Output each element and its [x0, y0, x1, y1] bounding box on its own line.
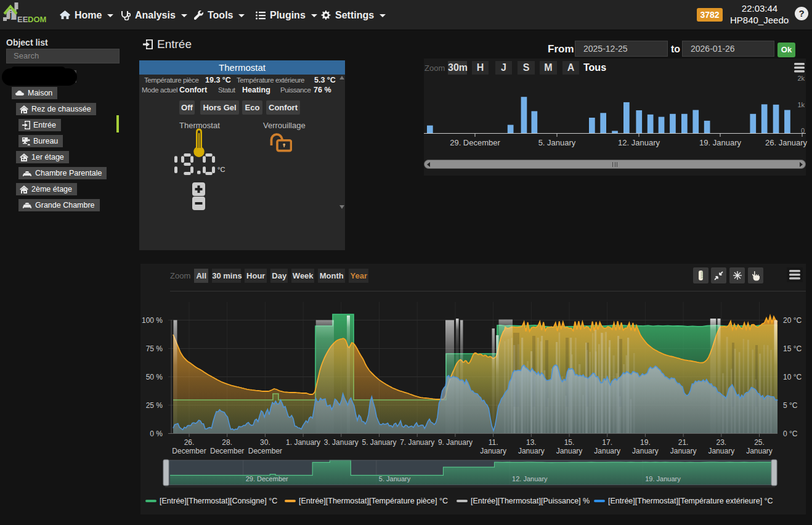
svg-text:26.: 26.	[184, 438, 195, 447]
svg-text:75 %: 75 %	[146, 344, 163, 353]
svg-text:19.: 19.	[640, 438, 651, 447]
svg-text:January: January	[670, 447, 697, 455]
svg-text:0 %: 0 %	[150, 429, 163, 438]
svg-text:December: December	[172, 447, 206, 455]
svg-text:13.: 13.	[526, 438, 537, 447]
svg-text:50 %: 50 %	[146, 373, 163, 381]
svg-text:100 %: 100 %	[142, 316, 163, 325]
svg-text:January: January	[556, 447, 583, 455]
svg-text:3. January: 3. January	[324, 438, 359, 447]
svg-text:5 °C: 5 °C	[783, 401, 798, 410]
svg-text:9. January: 9. January	[438, 438, 473, 447]
svg-text:January: January	[708, 447, 734, 455]
svg-text:12. January: 12. January	[512, 475, 548, 482]
svg-text:25.: 25.	[754, 438, 765, 447]
svg-text:21.: 21.	[678, 438, 689, 447]
svg-text:December: December	[248, 447, 282, 455]
svg-text:5. January: 5. January	[362, 438, 396, 447]
svg-text:0 °C: 0 °C	[783, 429, 798, 438]
svg-text:10 °C: 10 °C	[783, 373, 802, 381]
svg-text:20 °C: 20 °C	[783, 316, 802, 325]
svg-text:15.: 15.	[564, 438, 575, 447]
svg-text:29. December: 29. December	[246, 475, 288, 482]
svg-text:28.: 28.	[222, 438, 232, 447]
svg-text:January: January	[632, 447, 659, 455]
svg-text:30.: 30.	[260, 438, 270, 447]
svg-text:7. January: 7. January	[400, 438, 434, 447]
svg-text:11.: 11.	[489, 438, 498, 447]
svg-text:25 %: 25 %	[146, 401, 163, 410]
svg-text:23.: 23.	[716, 438, 726, 447]
svg-text:December: December	[210, 447, 244, 455]
svg-text:17.: 17.	[602, 438, 612, 447]
svg-text:January: January	[518, 447, 545, 455]
svg-text:5. January: 5. January	[379, 475, 411, 482]
svg-text:1. January: 1. January	[286, 438, 320, 447]
svg-text:19. January: 19. January	[645, 475, 681, 482]
svg-text:January: January	[594, 447, 620, 455]
svg-text:January: January	[480, 447, 506, 455]
svg-text:15 °C: 15 °C	[783, 344, 802, 353]
svg-text:January: January	[746, 447, 773, 455]
